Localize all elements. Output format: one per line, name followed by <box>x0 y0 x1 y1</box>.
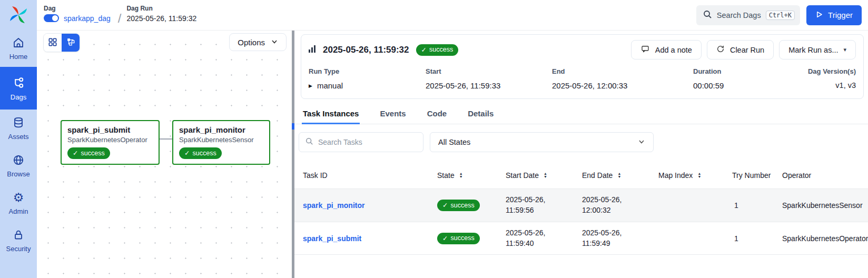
add-note-label: Add a note <box>655 46 692 54</box>
run-title: 2025-05-26, 11:59:32 <box>323 45 409 55</box>
task-node-spark-pi-monitor[interactable]: spark_pi_monitor SparkKubernetesSensor ✓… <box>172 120 270 165</box>
check-icon: ✓ <box>73 149 78 157</box>
sidebar-item-admin[interactable]: ⚙ Admin <box>0 184 37 222</box>
home-icon <box>12 36 25 49</box>
grid-view-button[interactable] <box>44 34 62 52</box>
sidebar-item-assets[interactable]: Assets <box>0 110 37 147</box>
mark-run-as-label: Mark Run as... <box>788 46 838 54</box>
lock-icon <box>12 229 25 241</box>
play-icon <box>815 11 823 20</box>
comment-icon <box>640 44 650 55</box>
clear-run-label: Clear Run <box>730 46 764 54</box>
check-icon: ✓ <box>421 46 427 54</box>
sidebar-item-home[interactable]: Home <box>0 29 37 67</box>
search-dags-button[interactable]: Search Dags Ctrl+K <box>696 5 800 25</box>
stat-duration: Duration 00:00:59 <box>693 67 808 90</box>
tab-task-instances[interactable]: Task Instances <box>302 104 360 124</box>
sidebar-item-security[interactable]: Security <box>0 222 37 259</box>
sort-icon[interactable]: ▲▼ <box>459 172 463 178</box>
sidebar-item-label: Dags <box>11 93 26 101</box>
airflow-logo-icon[interactable] <box>8 4 29 27</box>
try-number-cell: 1 <box>732 234 782 243</box>
tab-details[interactable]: Details <box>467 104 495 124</box>
dag-label: Dag <box>44 5 111 12</box>
caret-down-icon: ▾ <box>843 46 846 53</box>
trigger-label: Trigger <box>828 11 853 19</box>
check-icon: ✓ <box>442 201 448 209</box>
splitter-handle[interactable] <box>292 123 294 130</box>
sidebar-item-label: Home <box>9 53 28 61</box>
task-instances-table: Task ID State▲▼ Start Date▲▼ End Date▲▼ … <box>294 159 868 278</box>
search-tasks-input[interactable]: Search Tasks <box>299 132 423 152</box>
column-start-date[interactable]: Start Date▲▼ <box>506 171 582 180</box>
disclosure-triangle-icon[interactable]: ▶ <box>309 83 312 88</box>
chevron-down-icon <box>638 138 645 147</box>
column-try-number: Try Number <box>732 171 782 180</box>
sidebar-nav: Home Dags Assets <box>0 29 37 259</box>
run-stats: Run Type ▶manual Start 2025-05-26, 11:59… <box>309 67 856 90</box>
grid-icon <box>47 37 58 49</box>
sidebar-item-browse[interactable]: Browse <box>0 147 37 184</box>
database-icon <box>12 116 25 129</box>
panel-splitter[interactable] <box>292 31 294 278</box>
task-id-link[interactable]: spark_pi_submit <box>303 234 361 243</box>
graph-view-button[interactable] <box>62 34 80 52</box>
search-dags-text: Search Dags <box>717 11 761 19</box>
add-note-button[interactable]: Add a note <box>631 40 702 59</box>
sidebar-item-label: Assets <box>8 133 28 141</box>
column-map-index[interactable]: Map Index▲▼ <box>658 171 732 180</box>
stat-start: Start 2025-05-26, 11:59:33 <box>426 67 552 90</box>
dag-name-link[interactable]: sparkapp_dag <box>64 14 111 23</box>
operator-cell: SparkKubernetesOperator <box>782 234 868 243</box>
search-icon <box>305 137 313 147</box>
options-label: Options <box>238 38 265 47</box>
tab-code[interactable]: Code <box>426 104 448 124</box>
sort-icon[interactable]: ▲▼ <box>617 172 621 178</box>
task-node-title: spark_pi_monitor <box>179 125 263 134</box>
run-status-badge: ✓success <box>416 44 459 56</box>
dags-icon <box>12 76 25 90</box>
table-row[interactable]: spark_pi_monitor ✓success 2025-05-26, 11… <box>294 188 868 222</box>
sort-icon[interactable]: ▲▼ <box>697 172 701 178</box>
bar-chart-icon <box>309 45 316 55</box>
start-date-cell: 2025-05-26, 11:59:56 <box>506 195 565 215</box>
options-button[interactable]: Options <box>229 33 287 51</box>
search-icon <box>703 10 712 21</box>
end-date-cell: 2025-05-26, 11:59:49 <box>582 228 641 249</box>
task-filters: Search Tasks All States <box>294 124 868 159</box>
breadcrumb-separator: / <box>118 11 122 26</box>
check-icon: ✓ <box>184 149 190 157</box>
chevron-down-icon <box>271 38 278 47</box>
sidebar-item-dags[interactable]: Dags <box>0 67 37 110</box>
task-node-title: spark_pi_submit <box>67 125 153 134</box>
task-node-operator: SparkKubernetesSensor <box>179 136 263 144</box>
breadcrumb-dag: Dag sparkapp_dag <box>44 5 111 23</box>
sidebar: Home Dags Assets <box>0 0 37 278</box>
sidebar-item-label: Browse <box>7 170 29 178</box>
mark-run-as-button[interactable]: Mark Run as... ▾ <box>779 40 856 59</box>
column-end-date[interactable]: End Date▲▼ <box>582 171 658 180</box>
airflow-app: Home Dags Assets <box>0 0 868 278</box>
main-area: Dag sparkapp_dag / Dag Run 2025-05-26, 1… <box>37 0 868 278</box>
trigger-button[interactable]: Trigger <box>806 5 862 25</box>
status-badge: ✓success <box>179 147 222 159</box>
sort-icon[interactable]: ▲▼ <box>544 172 547 178</box>
state-filter-value: All States <box>438 138 470 146</box>
task-id-link[interactable]: spark_pi_monitor <box>303 201 364 210</box>
graph-edge <box>160 138 172 140</box>
stat-dag-versions: Dag Version(s) v1, v3 <box>808 67 856 90</box>
check-icon: ✓ <box>442 234 448 242</box>
clear-run-button[interactable]: Clear Run <box>707 40 774 59</box>
state-badge: ✓success <box>437 233 480 244</box>
task-node-spark-pi-submit[interactable]: spark_pi_submit SparkKubernetesOperator … <box>61 120 160 165</box>
column-operator: Operator <box>782 171 868 180</box>
column-state[interactable]: State▲▼ <box>437 171 506 180</box>
dag-pause-toggle[interactable] <box>44 14 59 22</box>
table-row[interactable]: spark_pi_submit ✓success 2025-05-26, 11:… <box>294 222 868 255</box>
run-summary-box: 2025-05-26, 11:59:32 ✓success Add a note <box>301 34 864 99</box>
state-filter-select[interactable]: All States <box>430 132 654 152</box>
breadcrumb: Dag sparkapp_dag / Dag Run 2025-05-26, 1… <box>44 5 196 26</box>
run-details-panel: 2025-05-26, 11:59:32 ✓success Add a note <box>294 31 868 278</box>
tab-events[interactable]: Events <box>379 104 407 124</box>
sidebar-item-label: Admin <box>9 207 28 215</box>
